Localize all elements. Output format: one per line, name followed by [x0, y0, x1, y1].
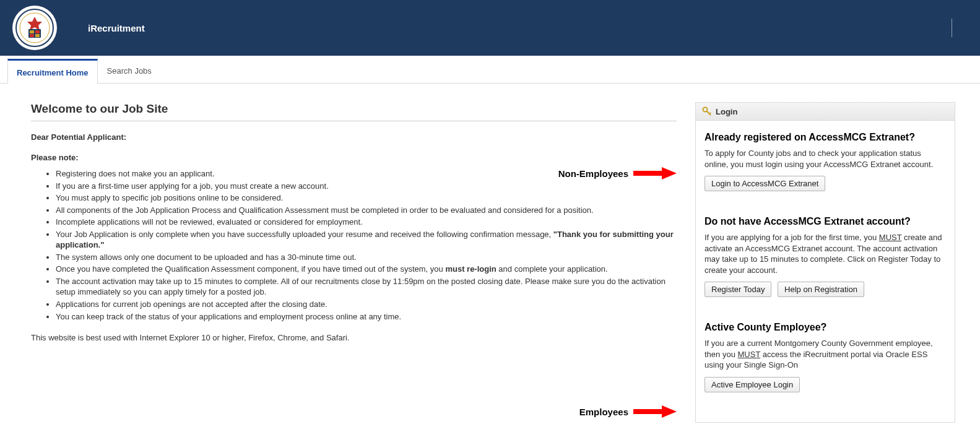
heading-divider — [31, 121, 677, 121]
list-item: Applications for current job openings ar… — [56, 299, 677, 310]
register-today-button[interactable]: Register Today — [705, 282, 771, 297]
list-item: All components of the Job Application Pr… — [56, 205, 677, 216]
svg-point-11 — [703, 108, 708, 112]
header-divider — [952, 19, 952, 37]
red-arrow-icon — [633, 166, 677, 181]
seal-icon — [15, 8, 54, 48]
key-icon — [702, 106, 712, 116]
list-item: The account activation may take up to 15… — [56, 276, 677, 298]
annotation-employees-label: Employees — [579, 407, 628, 417]
app-title: iRecruitment — [88, 23, 145, 33]
registered-text: To apply for County jobs and to check yo… — [705, 148, 946, 170]
list-item-text: Your Job Application is only complete wh… — [56, 230, 553, 239]
login-panel-body: Already registered on AccessMCG Extranet… — [696, 121, 955, 407]
red-arrow-icon — [633, 404, 677, 419]
no-account-heading: Do not have AccessMCG Extranet account? — [705, 216, 946, 227]
tab-search-jobs[interactable]: Search Jobs — [98, 58, 161, 83]
annotation-employees-row: Employees — [31, 404, 677, 423]
svg-rect-4 — [35, 30, 40, 33]
list-item: Incomplete applications will not be revi… — [56, 217, 677, 228]
help-registration-button[interactable]: Help on Registration — [778, 282, 864, 297]
main-column: Welcome to our Job Site Dear Potential A… — [31, 102, 677, 423]
active-employee-login-button[interactable]: Active Employee Login — [705, 377, 800, 392]
login-panel-header: Login — [696, 103, 955, 121]
svg-marker-8 — [662, 167, 677, 179]
list-item-text: Once you have completed the Qualificatio… — [56, 264, 445, 274]
must-underline: MUST — [879, 233, 902, 242]
svg-point-0 — [16, 9, 53, 46]
login-sidebar: Login Already registered on AccessMCG Ex… — [695, 102, 955, 423]
svg-rect-3 — [30, 30, 34, 33]
salutation: Dear Potential Applicant: — [31, 132, 677, 142]
svg-rect-6 — [35, 34, 40, 37]
text-fragment: If you are applying for a job for the fi… — [705, 233, 879, 242]
county-seal-logo — [12, 6, 57, 50]
tab-recruitment-home[interactable]: Recruitment Home — [7, 59, 98, 84]
list-item: Once you have completed the Qualificatio… — [56, 264, 677, 275]
annotation-non-employees-label: Non-Employees — [558, 168, 628, 179]
nav-tabs: Recruitment Home Search Jobs — [0, 58, 980, 84]
no-account-text: If you are applying for a job for the fi… — [705, 232, 946, 275]
svg-line-13 — [709, 113, 711, 114]
list-item-bold: must re-login — [445, 264, 496, 274]
page-content: Welcome to our Job Site Dear Potential A… — [0, 84, 980, 432]
list-item: If you are a first-time user applying fo… — [56, 181, 677, 192]
please-note-label: Please note: — [31, 153, 677, 162]
svg-marker-10 — [662, 405, 677, 418]
registered-heading: Already registered on AccessMCG Extranet… — [705, 132, 946, 143]
login-extranet-button[interactable]: Login to AccessMCG Extranet — [705, 176, 825, 191]
active-employee-heading: Active County Employee? — [705, 322, 946, 333]
list-item: You must apply to specific job positions… — [56, 192, 677, 204]
app-header: iRecruitment — [0, 0, 980, 56]
must-underline: MUST — [738, 350, 761, 359]
list-item: Your Job Application is only complete wh… — [56, 229, 677, 251]
svg-rect-9 — [633, 409, 662, 414]
list-item: You can keep track of the status of your… — [56, 311, 677, 322]
list-item-text: and complete your application. — [497, 264, 608, 274]
notes-list: Registering does not make you an applica… — [56, 168, 677, 322]
svg-rect-5 — [30, 34, 34, 37]
active-employee-text: If you are a current Montgomery County G… — [705, 338, 946, 371]
page-heading: Welcome to our Job Site — [31, 102, 677, 116]
svg-rect-7 — [633, 171, 662, 176]
list-item: The system allows only one document to b… — [56, 252, 677, 263]
browser-footnote: This website is best used with Internet … — [31, 333, 677, 342]
login-header-text: Login — [716, 107, 737, 116]
